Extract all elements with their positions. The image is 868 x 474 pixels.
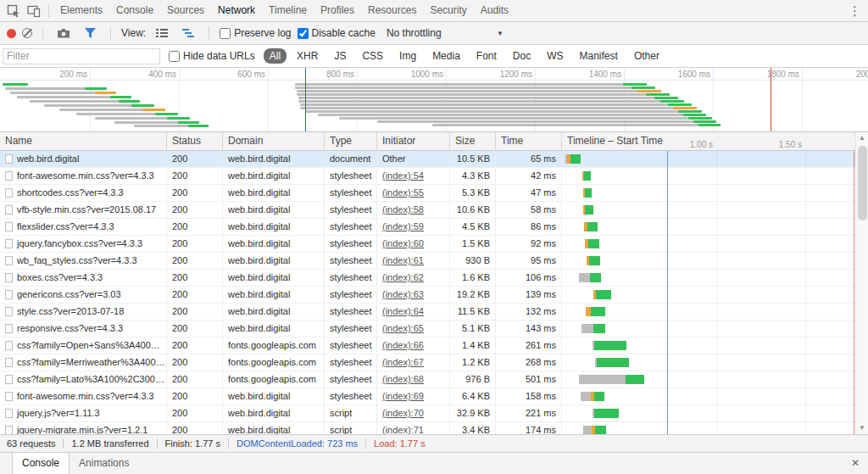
close-icon[interactable]: ✕ <box>851 453 860 474</box>
scroll-down-icon[interactable]: ▼ <box>859 422 865 434</box>
filter-pill-img[interactable]: Img <box>393 48 422 64</box>
table-row[interactable]: style.css?ver=2013-07-18200web.bird.digi… <box>0 304 868 321</box>
cell-name: flexslider.css?ver=4.3.3 <box>0 219 167 235</box>
filter-pill-media[interactable]: Media <box>426 48 466 64</box>
tab-network[interactable]: Network <box>211 0 262 21</box>
initiator-link[interactable]: (index):59 <box>382 221 424 231</box>
column-header-initiator[interactable]: Initiator <box>377 132 450 150</box>
table-row[interactable]: font-awesome.min.css?ver=4.3.3200web.bir… <box>0 168 868 185</box>
cell-type: stylesheet <box>325 337 377 354</box>
filter-pill-doc[interactable]: Doc <box>507 48 537 64</box>
scrollbar-thumb[interactable] <box>858 146 867 220</box>
initiator-link[interactable]: (index):67 <box>382 357 424 367</box>
drawer-tab-animations[interactable]: Animations <box>70 453 138 474</box>
filter-funnel-icon[interactable] <box>80 23 100 43</box>
device-toolbar-icon[interactable] <box>24 1 44 21</box>
clear-button[interactable] <box>22 28 32 38</box>
initiator-link[interactable]: (index):62 <box>382 272 424 282</box>
initiator-link[interactable]: (index):61 <box>382 255 424 265</box>
request-name: css?family=Open+Sans%3A400%2C3… <box>17 340 167 350</box>
overview-bar <box>683 114 706 116</box>
initiator-link[interactable]: (index):68 <box>382 374 424 384</box>
table-row[interactable]: jquery-migrate.min.js?ver=1.2.1200web.bi… <box>0 422 868 434</box>
filter-pill-manifest[interactable]: Manifest <box>574 48 624 64</box>
initiator-link[interactable]: (index):55 <box>382 187 424 198</box>
file-icon <box>5 273 13 282</box>
tab-profiles[interactable]: Profiles <box>314 0 361 21</box>
column-header-status[interactable]: Status <box>167 132 223 150</box>
table-row[interactable]: genericons.css?ver=3.03200web.bird.digit… <box>0 287 868 304</box>
tab-audits[interactable]: Audits <box>474 0 515 21</box>
preserve-log-option[interactable]: Preserve log <box>220 27 291 39</box>
initiator-link[interactable]: (index):58 <box>382 204 424 215</box>
filter-pill-all[interactable]: All <box>264 48 287 64</box>
table-row[interactable]: css?family=Open+Sans%3A400%2C3…200fonts.… <box>0 337 868 354</box>
tab-sources[interactable]: Sources <box>160 0 211 21</box>
view-list-icon[interactable] <box>152 23 172 43</box>
view-timeline-icon[interactable] <box>178 23 198 43</box>
initiator-link[interactable]: (index):60 <box>382 238 424 248</box>
initiator-link[interactable]: (index):65 <box>382 323 424 333</box>
timeline-header-cell[interactable]: Timeline – Start Time 1.00 s1.50 s <box>562 132 868 150</box>
drawer-tab-console[interactable]: Console <box>12 453 70 474</box>
tab-resources[interactable]: Resources <box>361 0 423 21</box>
overview-pane[interactable]: 200 ms400 ms600 ms800 ms1000 ms1200 ms14… <box>0 68 868 132</box>
file-icon <box>5 171 13 181</box>
filter-input[interactable] <box>3 48 160 64</box>
cell-domain: fonts.googleapis.com <box>223 337 325 354</box>
table-row[interactable]: jquery.fancybox.css?ver=4.3.3200web.bird… <box>0 236 868 253</box>
initiator-link[interactable]: (index):63 <box>382 289 424 299</box>
initiator-link[interactable]: (index):54 <box>382 170 424 181</box>
initiator-link[interactable]: (index):71 <box>382 425 424 434</box>
table-row[interactable]: css?family=Merriweather%3A400%2C…200font… <box>0 354 868 371</box>
throttling-select[interactable]: No throttling ▼ <box>387 27 504 39</box>
filter-pill-css[interactable]: CSS <box>356 48 389 64</box>
initiator-link[interactable]: (index):69 <box>382 391 424 401</box>
tab-console[interactable]: Console <box>109 0 160 21</box>
initiator-link[interactable]: (index):64 <box>382 306 424 316</box>
table-scrollbar[interactable]: ▲ ▼ <box>855 132 868 434</box>
table-row[interactable]: boxes.css?ver=4.3.3200web.bird.digitalst… <box>0 270 868 287</box>
initiator-link[interactable]: (index):70 <box>382 408 424 418</box>
cell-size: 1.4 KB <box>450 337 496 354</box>
table-row[interactable]: font-awesome.min.css?ver=4.3.3200web.bir… <box>0 388 868 405</box>
scroll-up-icon[interactable]: ▲ <box>859 132 865 144</box>
table-row[interactable]: jquery.js?ver=1.11.3200web.bird.digitals… <box>0 405 868 422</box>
waterfall-bar <box>593 341 626 350</box>
table-row[interactable]: shortcodes.css?ver=4.3.3200web.bird.digi… <box>0 185 868 202</box>
inspect-element-icon[interactable] <box>3 1 24 21</box>
table-row[interactable]: responsive.css?ver=4.3.3200web.bird.digi… <box>0 321 868 337</box>
filter-pill-js[interactable]: JS <box>328 48 352 64</box>
filter-pill-xhr[interactable]: XHR <box>291 48 324 64</box>
table-row[interactable]: wb_faq_styles.css?ver=4.3.3200web.bird.d… <box>0 253 868 270</box>
kebab-menu-icon[interactable]: ⋮ <box>849 3 861 19</box>
column-header-name[interactable]: Name <box>0 132 167 150</box>
cell-name: jquery-migrate.min.js?ver=1.2.1 <box>0 422 167 434</box>
tab-security[interactable]: Security <box>423 0 473 21</box>
filter-pill-other[interactable]: Other <box>628 48 665 64</box>
initiator-link[interactable]: (index):66 <box>382 340 424 350</box>
column-header-domain[interactable]: Domain <box>223 132 325 150</box>
tab-elements[interactable]: Elements <box>53 0 109 21</box>
table-row[interactable]: flexslider.css?ver=4.3.3200web.bird.digi… <box>0 219 868 236</box>
hide-data-urls-checkbox[interactable] <box>169 51 180 62</box>
disable-cache-option[interactable]: Disable cache <box>298 27 376 39</box>
hide-data-urls-option[interactable]: Hide data URLs <box>169 50 255 62</box>
record-button[interactable] <box>7 29 16 38</box>
preserve-log-checkbox[interactable] <box>220 28 231 39</box>
column-header-time[interactable]: Time <box>496 132 562 150</box>
tab-timeline[interactable]: Timeline <box>262 0 314 21</box>
table-row[interactable]: web.bird.digital200web.bird.digitaldocum… <box>0 151 868 168</box>
column-header-size[interactable]: Size <box>450 132 496 150</box>
overview-bar <box>95 92 116 94</box>
disable-cache-checkbox[interactable] <box>298 28 309 39</box>
network-table-body: web.bird.digital200web.bird.digitaldocum… <box>0 151 868 434</box>
table-row[interactable]: vfb-style.min.css?ver=2015.08.17200web.b… <box>0 202 868 219</box>
column-header-type[interactable]: Type <box>325 132 377 150</box>
cell-size: 10.6 KB <box>450 202 496 218</box>
screenshot-camera-icon[interactable] <box>53 23 74 43</box>
waterfall-segment-green <box>570 154 581 164</box>
filter-pill-font[interactable]: Font <box>470 48 503 64</box>
table-row[interactable]: css?family=Lato%3A100%2C300%2C…200fonts.… <box>0 371 868 388</box>
filter-pill-ws[interactable]: WS <box>541 48 569 64</box>
